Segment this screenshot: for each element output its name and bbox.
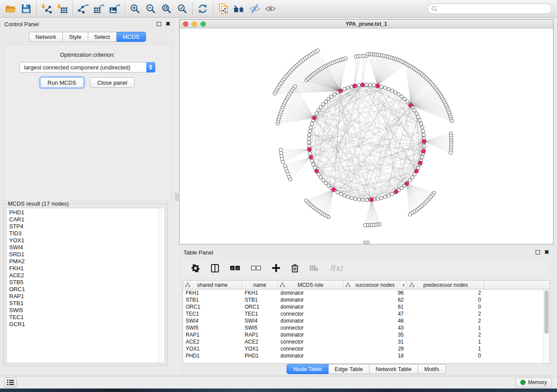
graph-node[interactable] (308, 129, 312, 133)
tab-select[interactable]: Select (88, 32, 117, 42)
graph-node[interactable] (322, 103, 325, 106)
graph-node[interactable] (413, 109, 416, 112)
graph-node[interactable] (422, 144, 426, 148)
delete-table-button[interactable] (310, 265, 318, 271)
graph-node[interactable] (390, 89, 394, 93)
graph-mcds-node[interactable] (415, 169, 419, 173)
graph-node[interactable] (449, 151, 453, 155)
graph-node[interactable] (387, 87, 391, 91)
criterion-dropdown[interactable]: largest connected component (undirected) (19, 62, 156, 72)
graph-node[interactable] (330, 95, 333, 98)
column-header-name[interactable]: name (242, 281, 278, 289)
graph-node[interactable] (333, 93, 336, 96)
graph-node[interactable] (313, 166, 317, 169)
graph-node[interactable] (422, 133, 426, 137)
select-all-button[interactable]: ✓✓ (230, 266, 240, 270)
table-settings-button[interactable] (191, 264, 200, 272)
hide-selected-button[interactable] (247, 2, 263, 16)
network-graph[interactable] (180, 28, 553, 244)
table-row[interactable]: FKH1FKH1dominator962 (183, 289, 543, 296)
mcds-list-scrollbar[interactable] (158, 208, 165, 363)
graph-node[interactable] (380, 85, 383, 88)
graph-node[interactable] (346, 195, 350, 199)
graph-node[interactable] (376, 197, 380, 200)
graph-mcds-node[interactable] (419, 161, 422, 165)
search-field[interactable] (427, 3, 552, 14)
sort-chevron-icon[interactable]: ▾ (402, 283, 405, 287)
graph-node[interactable] (408, 213, 412, 216)
graph-node[interactable] (416, 166, 420, 169)
graph-node[interactable] (308, 152, 312, 155)
graph-mcds-node[interactable] (409, 103, 413, 107)
mcds-result-item[interactable]: TEC1 (7, 314, 158, 321)
search-input[interactable] (439, 6, 548, 12)
mcds-result-item[interactable]: PMA2 (7, 258, 158, 265)
zoom-in-button[interactable] (127, 2, 143, 16)
table-row[interactable]: SWI5SWI5connector431 (183, 324, 543, 331)
graph-node[interactable] (346, 86, 350, 89)
graph-node[interactable] (365, 83, 368, 86)
mcds-result-item[interactable]: PHD1 (7, 209, 158, 216)
mcds-result-item[interactable]: SWI5 (7, 307, 158, 314)
table-scrollbar[interactable] (543, 289, 550, 363)
graph-node[interactable] (350, 196, 353, 200)
graph-node[interactable] (397, 93, 400, 96)
graph-mcds-node[interactable] (394, 190, 398, 194)
graph-node[interactable] (324, 100, 328, 103)
tab-style[interactable]: Style (63, 32, 88, 42)
graph-node[interactable] (383, 195, 387, 199)
graph-node[interactable] (319, 175, 322, 179)
save-button[interactable] (18, 2, 34, 16)
export-image-button[interactable] (107, 2, 122, 16)
zoom-out-button[interactable] (143, 2, 159, 16)
memory-button[interactable]: Memory (515, 378, 552, 387)
mcds-result-item[interactable]: SRD1 (7, 251, 158, 258)
graph-node[interactable] (307, 137, 311, 140)
graph-node[interactable] (336, 190, 339, 194)
mcds-result-item[interactable]: STP4 (7, 223, 158, 230)
tab-network[interactable]: Network (29, 32, 63, 42)
horizontal-splitter-grip[interactable] (363, 241, 370, 244)
show-columns-button[interactable] (211, 264, 219, 272)
graph-node[interactable] (357, 83, 361, 87)
add-column-button[interactable] (272, 264, 280, 272)
graph-node[interactable] (309, 126, 312, 129)
graph-node[interactable] (421, 129, 425, 133)
table-row[interactable]: ACE2ACE2connector311 (183, 338, 543, 345)
mcds-result-item[interactable]: RAP1 (7, 293, 158, 300)
mcds-result-item[interactable]: GCR1 (7, 321, 158, 328)
graph-mcds-node[interactable] (405, 182, 408, 186)
first-neighbors-button[interactable] (231, 2, 247, 16)
column-header-mcds-role[interactable]: MCDS role (278, 281, 343, 289)
graph-node[interactable] (324, 181, 328, 185)
table-scrollbar-thumb[interactable] (544, 290, 549, 334)
graph-node[interactable] (372, 83, 376, 87)
graph-node[interactable] (310, 122, 314, 126)
graph-node[interactable] (343, 87, 346, 91)
table-row[interactable]: ORC1ORC1dominator610 (183, 303, 543, 310)
export-network-button[interactable] (75, 2, 91, 16)
graph-mcds-node[interactable] (360, 83, 364, 87)
close-panel-icon[interactable]: ✖ (166, 22, 170, 26)
graph-node[interactable] (361, 198, 364, 202)
graph-node[interactable] (400, 95, 403, 98)
graph-node[interactable] (380, 196, 383, 200)
table-row[interactable]: SWI4SWI4dominator462 (183, 317, 543, 324)
graph-node[interactable] (415, 112, 418, 115)
table-row[interactable]: RAP1RAP1dominator352 (183, 331, 543, 338)
graph-node[interactable] (293, 85, 297, 88)
graph-node[interactable] (284, 164, 287, 167)
graph-mcds-node[interactable] (332, 188, 336, 192)
graph-node[interactable] (363, 224, 367, 227)
import-table-button[interactable] (55, 2, 70, 16)
graph-node[interactable] (316, 49, 319, 52)
tab-network-table[interactable]: Network Table (370, 364, 418, 374)
graph-node[interactable] (450, 119, 453, 123)
graph-node[interactable] (408, 179, 412, 182)
graph-node[interactable] (383, 86, 387, 89)
table-row[interactable]: YOX1YOX1connector291 (183, 345, 543, 352)
graph-node[interactable] (419, 122, 423, 126)
mcds-result-item[interactable]: TID3 (7, 230, 158, 237)
graph-mcds-node[interactable] (315, 169, 318, 173)
open-folder-button[interactable] (3, 2, 18, 16)
